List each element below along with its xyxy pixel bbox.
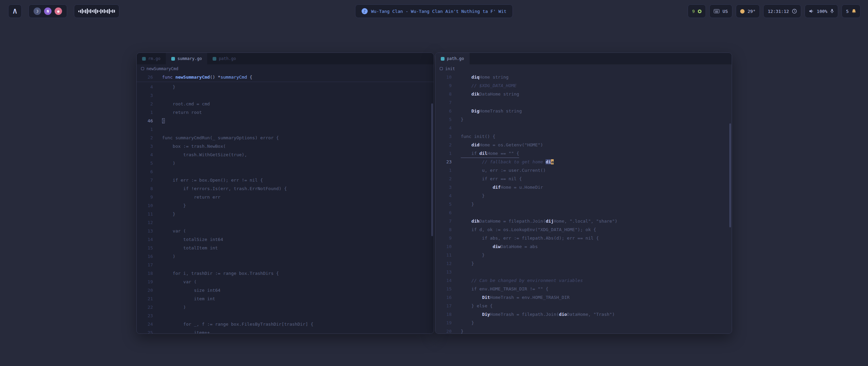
- code-line[interactable]: 25 item++: [137, 328, 434, 333]
- code-line[interactable]: 15 totalItem int: [137, 244, 434, 252]
- code-line[interactable]: 12: [137, 218, 434, 227]
- code-text: // fallback to get home dia: [461, 158, 554, 166]
- weather-widget[interactable]: 29°: [736, 4, 760, 18]
- code-line[interactable]: 1 return root: [137, 108, 434, 117]
- code-text: difHome = u.HomeDir: [461, 183, 543, 191]
- go-file-icon: [171, 57, 175, 61]
- code-line[interactable]: 46}: [137, 117, 434, 125]
- code-line[interactable]: 4 }: [435, 191, 732, 200]
- breadcrumb[interactable]: newSummaryCmd: [137, 64, 434, 73]
- code-line[interactable]: 13: [435, 268, 732, 276]
- code-line[interactable]: 17 } else {: [435, 302, 732, 310]
- tab-path.go[interactable]: path.go: [207, 53, 241, 64]
- scrollbar[interactable]: [431, 103, 433, 236]
- code-line[interactable]: 9 // $XDG_DATA_HOME: [435, 81, 732, 90]
- code-line[interactable]: 11 }: [435, 251, 732, 259]
- code-line[interactable]: 7: [435, 98, 732, 107]
- code-line[interactable]: 3 difHome = u.HomeDir: [435, 183, 732, 191]
- line-number: 14: [137, 235, 153, 244]
- code-line[interactable]: 18 DiyHomeTrash = filepath.Join(dioDataH…: [435, 310, 732, 319]
- code-line[interactable]: 5}: [435, 115, 732, 124]
- code-text: totalItem int: [162, 244, 218, 252]
- editor-window-right: path.go init 10 diqHome string9 // $XDG_…: [435, 53, 732, 334]
- scrollbar[interactable]: [729, 123, 731, 227]
- n-badge-icon[interactable]: N: [44, 7, 52, 15]
- code-line[interactable]: 3 box := trash.NewBox(: [137, 142, 434, 150]
- code-line[interactable]: 2 root.cmd = cmd: [137, 100, 434, 108]
- code-line[interactable]: 10 diwDataHome = abs: [435, 242, 732, 251]
- code-line[interactable]: 9 return err: [137, 193, 434, 201]
- tab-summary.go[interactable]: summary.go: [166, 53, 207, 64]
- window-count-widget[interactable]: 9: [688, 4, 706, 18]
- tab-rm.go[interactable]: rm.go: [137, 53, 166, 64]
- code-line[interactable]: 9 if abs, err := filepath.Abs(d); err ==…: [435, 234, 732, 242]
- code-line[interactable]: 1 if dilHome == "" {: [435, 149, 732, 158]
- code-line[interactable]: 8 if !errors.Is(err, trash.ErrNotFound) …: [137, 184, 434, 193]
- code-line[interactable]: 6: [137, 167, 434, 176]
- code-line[interactable]: 20 size int64: [137, 286, 434, 294]
- code-line[interactable]: 8 dikDataHome string: [435, 90, 732, 98]
- code-line[interactable]: 7 dihDataHome = filepath.Join(dijHome, "…: [435, 217, 732, 225]
- code-line[interactable]: 8 if d, ok := os.LookupEnv("XDG_DATA_HOM…: [435, 225, 732, 234]
- media-dot-icon[interactable]: ●: [55, 7, 62, 15]
- code-line[interactable]: 16 ): [137, 252, 434, 261]
- code-text: u, err := user.Current(): [461, 166, 546, 175]
- viz-bar: [90, 9, 91, 13]
- code-line[interactable]: 23: [137, 311, 434, 320]
- code-line[interactable]: 2 didHome = os.Getenv("HOME"): [435, 141, 732, 149]
- code-line[interactable]: 16 DitHomeTrash = env.HOME_TRASH_DIR: [435, 293, 732, 302]
- code-line[interactable]: 24 for _, f := range box.FilesByTrashDir…: [137, 320, 434, 328]
- code-line[interactable]: 10 }: [137, 201, 434, 210]
- breadcrumb[interactable]: init: [435, 64, 732, 73]
- viz-bar: [99, 11, 100, 12]
- code-line[interactable]: 23 // fallback to get home dia: [435, 158, 732, 166]
- code-text: if !errors.Is(err, trash.ErrNotFound) {: [162, 184, 287, 193]
- tab-path.go[interactable]: path.go: [435, 53, 470, 64]
- code-line[interactable]: 10 diqHome string: [435, 73, 732, 81]
- viz-bar: [88, 10, 90, 13]
- code-line[interactable]: 17: [137, 261, 434, 269]
- status-moon-icon[interactable]: ☽: [34, 7, 41, 15]
- launcher-button[interactable]: Λ: [8, 4, 22, 18]
- code-line[interactable]: 3: [137, 91, 434, 100]
- code-line[interactable]: 1: [137, 125, 434, 134]
- clock-widget[interactable]: 12:31:12: [763, 4, 801, 18]
- code-line[interactable]: 20}: [435, 327, 732, 333]
- code-line[interactable]: 4 }: [137, 83, 434, 91]
- line-number: 2: [435, 175, 452, 183]
- code-line[interactable]: 14 // Can be changed by environment vari…: [435, 276, 732, 285]
- code-line[interactable]: 7 if err := box.Open(); err != nil {: [137, 176, 434, 184]
- code-line[interactable]: 15 if env.HOME_TRASH_DIR != "" {: [435, 285, 732, 293]
- code-line[interactable]: 21 item int: [137, 294, 434, 303]
- volume-widget[interactable]: 100%: [805, 4, 838, 18]
- code-line[interactable]: 4: [435, 124, 732, 132]
- code-line[interactable]: 2 if err == nil {: [435, 175, 732, 183]
- code-editor[interactable]: 26func newSummaryCmd() *summaryCmd {4 }3…: [137, 73, 434, 333]
- code-editor[interactable]: 10 diqHome string9 // $XDG_DATA_HOME8 di…: [435, 73, 732, 333]
- code-line[interactable]: 2func summaryCmdRun(_ summaryOptions) er…: [137, 134, 434, 142]
- code-line[interactable]: 4 trash.WithGetSize(true),: [137, 150, 434, 159]
- code-line[interactable]: 19 }: [435, 319, 732, 327]
- code-line[interactable]: 22 ): [137, 303, 434, 311]
- media-player-widget[interactable]: ♪ Wu-Tang Clan - Wu-Tang Clan Ain't Nuth…: [355, 4, 513, 18]
- code-line[interactable]: 26func newSummaryCmd() *summaryCmd {: [137, 73, 434, 82]
- code-line[interactable]: 19 var (: [137, 278, 434, 286]
- system-tray[interactable]: ☽N●: [28, 4, 67, 18]
- code-line[interactable]: 6: [435, 208, 732, 217]
- code-line[interactable]: 18 for i, trashDir := range box.TrashDir…: [137, 269, 434, 278]
- code-line[interactable]: 14 totalSize int64: [137, 235, 434, 244]
- code-text: }: [461, 327, 463, 333]
- code-line[interactable]: 5 }: [435, 200, 732, 208]
- go-file-icon: [142, 57, 146, 61]
- code-line[interactable]: 5 ): [137, 159, 434, 167]
- viz-bar: [111, 10, 112, 12]
- code-line[interactable]: 3func init() {: [435, 132, 732, 141]
- code-text: DitHomeTrash = env.HOME_TRASH_DIR: [461, 293, 570, 302]
- keyboard-layout-widget[interactable]: US: [709, 4, 732, 18]
- code-line[interactable]: 1 u, err := user.Current(): [435, 166, 732, 175]
- code-line[interactable]: 12 }: [435, 259, 732, 268]
- code-line[interactable]: 11 }: [137, 210, 434, 218]
- code-line[interactable]: 13 var (: [137, 227, 434, 235]
- code-line[interactable]: 6 DigHomeTrash string: [435, 107, 732, 115]
- notifications-widget[interactable]: 5: [842, 4, 861, 18]
